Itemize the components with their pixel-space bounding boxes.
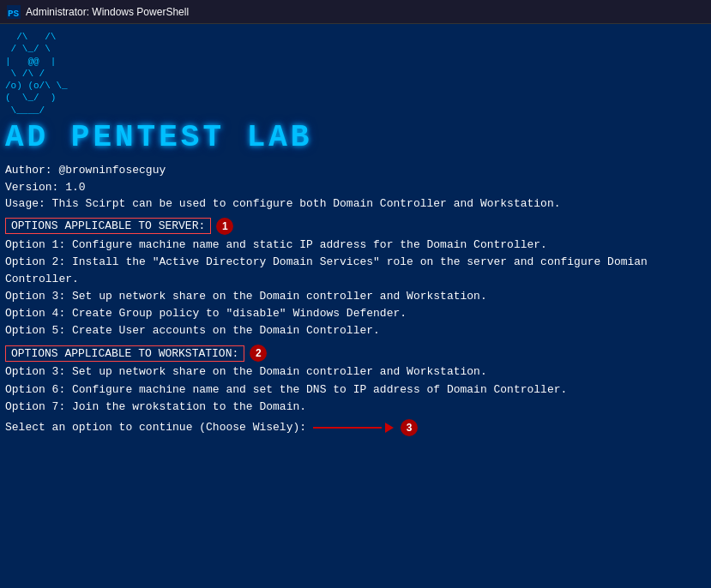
prompt-badge: 3 xyxy=(401,419,418,436)
workstation-section-box: OPTIONS APPLICABLE TO WORKSTATION: xyxy=(5,345,244,362)
usage-line: Usage: This Scirpt can be used to config… xyxy=(5,195,706,213)
ascii-art-logo: /\ /\ / \_/ \ | @@ | \ /\ / /o) (o/\ \_ … xyxy=(5,31,706,117)
server-option-5: Option 5: Create User accounts on the Do… xyxy=(5,322,706,339)
terminal: /\ /\ / \_/ \ | @@ | \ /\ / /o) (o/\ \_ … xyxy=(0,24,711,588)
workstation-badge: 2 xyxy=(250,345,267,362)
prompt-text[interactable]: Select an option to continue (Choose Wis… xyxy=(5,421,306,434)
server-section-box: OPTIONS APPLICABLE TO SERVER: xyxy=(5,218,211,234)
server-option-2: Option 2: Install the "Active Directory … xyxy=(5,254,706,288)
workstation-section-header: OPTIONS APPLICABLE TO WORKSTATION: 2 xyxy=(5,345,267,362)
server-section-header: OPTIONS APPLICABLE TO SERVER: 1 xyxy=(5,218,233,235)
server-option-3: Option 3: Set up network share on the Do… xyxy=(5,288,706,305)
arrow-head-icon xyxy=(385,423,394,433)
svg-text:PS: PS xyxy=(8,9,20,19)
workstation-option-7: Option 7: Join the wrokstation to the Do… xyxy=(5,399,706,416)
workstation-option-6: Option 6: Configure machine name and set… xyxy=(5,381,706,399)
titlebar: PS Administrator: Windows PowerShell xyxy=(0,0,711,24)
workstation-option-3: Option 3: Set up network share on the Do… xyxy=(5,363,706,381)
server-option-1: Option 1: Configure machine name and sta… xyxy=(5,237,706,254)
server-badge: 1 xyxy=(216,218,233,235)
prompt-container: Select an option to continue (Choose Wis… xyxy=(5,419,706,436)
big-title: AD PENTEST LAB xyxy=(5,120,706,155)
author-line: Author: @browninfosecguy Version: 1.0 xyxy=(5,162,706,195)
powershell-icon: PS xyxy=(7,5,21,19)
prompt-arrow xyxy=(313,423,394,433)
titlebar-title: Administrator: Windows PowerShell xyxy=(26,6,189,18)
arrow-shaft xyxy=(313,427,382,429)
server-option-4: Option 4: Create Group policy to "disabl… xyxy=(5,305,706,322)
